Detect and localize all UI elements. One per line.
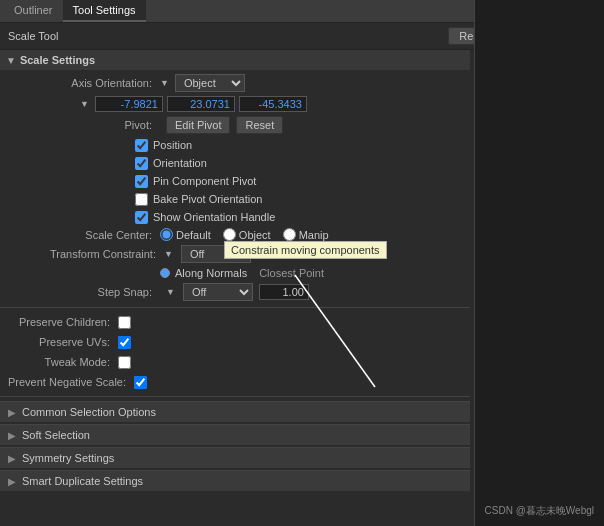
position-check-row: Position bbox=[0, 136, 470, 154]
transform-constraint-tooltip: Constrain moving components bbox=[224, 241, 387, 259]
orientation-check-row: Orientation bbox=[0, 154, 470, 172]
step-snap-arrow-icon: ▼ bbox=[166, 287, 175, 297]
show-orientation-checkbox[interactable] bbox=[135, 211, 148, 224]
tab-tool-settings[interactable]: Tool Settings bbox=[63, 0, 146, 22]
section-label: Scale Settings bbox=[20, 54, 95, 66]
scale-settings-section[interactable]: ▼ Scale Settings bbox=[0, 50, 470, 70]
step-snap-row: Step Snap: ▼ Off bbox=[0, 281, 470, 303]
divider-2 bbox=[0, 396, 470, 397]
coord-z-input[interactable] bbox=[239, 96, 307, 112]
prevent-negative-label: Prevent Negative Scale: bbox=[8, 376, 134, 388]
preserve-uvs-row: Preserve UVs: bbox=[0, 332, 470, 352]
coords-row: ▼ bbox=[0, 94, 470, 114]
header-title: Scale Tool bbox=[8, 30, 59, 42]
orientation-checkbox[interactable] bbox=[135, 157, 148, 170]
tweak-mode-checkbox[interactable] bbox=[118, 356, 131, 369]
step-snap-value-input[interactable] bbox=[259, 284, 309, 300]
scale-center-radio-group: Default Object Manip bbox=[160, 228, 329, 241]
show-orientation-label: Show Orientation Handle bbox=[153, 211, 275, 223]
symmetry-settings-arrow-icon: ▶ bbox=[8, 453, 16, 464]
tweak-mode-row: Tweak Mode: bbox=[0, 352, 470, 372]
main-content: ▼ Scale Settings Axis Orientation: ▼ Obj… bbox=[0, 50, 470, 524]
axis-orientation-dropdown[interactable]: Object bbox=[175, 74, 245, 92]
scale-center-object-radio[interactable] bbox=[223, 228, 236, 241]
position-checkbox[interactable] bbox=[135, 139, 148, 152]
axis-dropdown-arrow-icon: ▼ bbox=[160, 78, 169, 88]
tc-dropdown-arrow-icon: ▼ bbox=[164, 249, 173, 259]
prevent-negative-checkbox[interactable] bbox=[134, 376, 147, 389]
bake-pivot-label: Bake Pivot Orientation bbox=[153, 193, 262, 205]
axis-orientation-label: Axis Orientation: bbox=[50, 77, 160, 89]
scale-center-default-radio[interactable] bbox=[160, 228, 173, 241]
pin-component-checkbox[interactable] bbox=[135, 175, 148, 188]
scale-center-label: Scale Center: bbox=[50, 229, 160, 241]
step-snap-dropdown[interactable]: Off bbox=[183, 283, 253, 301]
scale-center-default-label: Default bbox=[176, 229, 211, 241]
orientation-label: Orientation bbox=[153, 157, 207, 169]
axis-orientation-content: ▼ Object bbox=[160, 74, 462, 92]
common-selection-label: Common Selection Options bbox=[22, 406, 156, 418]
preserve-children-checkbox[interactable] bbox=[118, 316, 131, 329]
prevent-negative-row: Prevent Negative Scale: bbox=[0, 372, 470, 392]
section-arrow-icon: ▼ bbox=[6, 55, 16, 66]
soft-selection-arrow-icon: ▶ bbox=[8, 430, 16, 441]
bake-pivot-checkbox[interactable] bbox=[135, 193, 148, 206]
transform-constraint-content: ▼ Off Constrain moving components bbox=[164, 245, 251, 263]
coord-y-input[interactable] bbox=[167, 96, 235, 112]
preserve-children-label: Preserve Children: bbox=[8, 316, 118, 328]
along-normals-radio-icon bbox=[160, 268, 170, 278]
pivot-label: Pivot: bbox=[50, 119, 160, 131]
preserve-uvs-checkbox[interactable] bbox=[118, 336, 131, 349]
coord-x-input[interactable] bbox=[95, 96, 163, 112]
tweak-mode-label: Tweak Mode: bbox=[8, 356, 118, 368]
preserve-uvs-label: Preserve UVs: bbox=[8, 336, 118, 348]
watermark: CSDN @暮志未晚Webgl bbox=[485, 504, 594, 518]
pin-component-check-row: Pin Component Pivot bbox=[0, 172, 470, 190]
transform-constraint-label: Transform Constraint: bbox=[50, 248, 164, 260]
bake-pivot-check-row: Bake Pivot Orientation bbox=[0, 190, 470, 208]
tab-outliner[interactable]: Outliner bbox=[4, 0, 63, 22]
scale-center-manip-option[interactable]: Manip bbox=[283, 228, 329, 241]
smart-duplicate-arrow-icon: ▶ bbox=[8, 476, 16, 487]
reset-pivot-button[interactable]: Reset bbox=[236, 116, 283, 134]
smart-duplicate-section[interactable]: ▶ Smart Duplicate Settings bbox=[0, 470, 470, 491]
step-snap-label: Step Snap: bbox=[50, 286, 160, 298]
along-normals-row: Along Normals Closest Point bbox=[0, 265, 470, 281]
position-label: Position bbox=[153, 139, 192, 151]
transform-constraint-row: Transform Constraint: ▼ Off Constrain mo… bbox=[0, 243, 470, 265]
soft-selection-section[interactable]: ▶ Soft Selection bbox=[0, 424, 470, 445]
coords-dropdown-arrow-icon: ▼ bbox=[80, 99, 89, 109]
scale-center-manip-radio[interactable] bbox=[283, 228, 296, 241]
closest-point-label: Closest Point bbox=[259, 267, 324, 279]
smart-duplicate-label: Smart Duplicate Settings bbox=[22, 475, 143, 487]
scale-center-object-option[interactable]: Object bbox=[223, 228, 271, 241]
pivot-row: Pivot: Edit Pivot Reset bbox=[0, 114, 470, 136]
divider-1 bbox=[0, 307, 470, 308]
right-panel bbox=[474, 0, 604, 526]
edit-pivot-button[interactable]: Edit Pivot bbox=[166, 116, 230, 134]
axis-orientation-row: Axis Orientation: ▼ Object bbox=[0, 72, 470, 94]
along-normals-label: Along Normals bbox=[175, 267, 247, 279]
common-selection-arrow-icon: ▶ bbox=[8, 407, 16, 418]
symmetry-settings-section[interactable]: ▶ Symmetry Settings bbox=[0, 447, 470, 468]
scale-center-default-option[interactable]: Default bbox=[160, 228, 211, 241]
soft-selection-label: Soft Selection bbox=[22, 429, 90, 441]
pin-component-label: Pin Component Pivot bbox=[153, 175, 256, 187]
common-selection-section[interactable]: ▶ Common Selection Options bbox=[0, 401, 470, 422]
symmetry-settings-label: Symmetry Settings bbox=[22, 452, 114, 464]
show-orientation-check-row: Show Orientation Handle bbox=[0, 208, 470, 226]
scale-center-object-label: Object bbox=[239, 229, 271, 241]
preserve-children-row: Preserve Children: bbox=[0, 312, 470, 332]
scale-center-manip-label: Manip bbox=[299, 229, 329, 241]
